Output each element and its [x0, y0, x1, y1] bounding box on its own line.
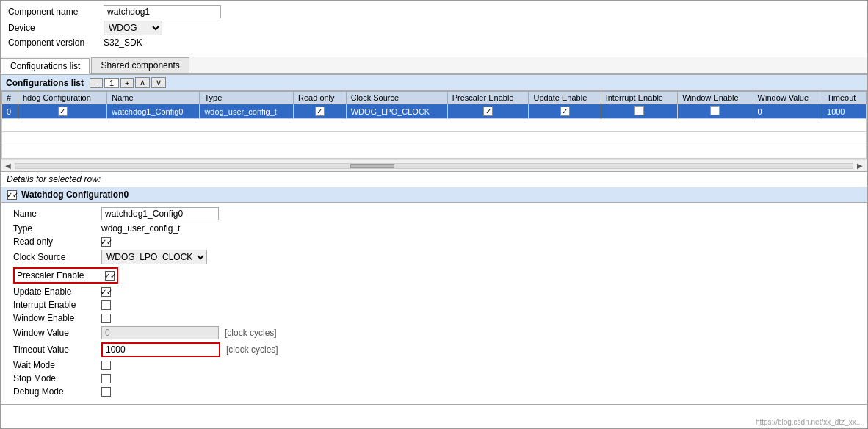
detail-type-value: wdog_user_config_t: [101, 223, 180, 234]
cell-hdog-cb[interactable]: [18, 104, 106, 119]
config-count: 1: [104, 78, 119, 88]
col-header-readonly: Read only: [294, 92, 347, 104]
cell-prescaler[interactable]: [447, 104, 529, 119]
detail-window-row: Window Enable: [13, 313, 855, 323]
detail-debug-row: Debug Mode: [13, 386, 855, 397]
component-info: Component name Device WDOG Component ver…: [1, 1, 867, 54]
col-header-index: #: [2, 92, 18, 104]
details-section: ✓ Watchdog Configuration0 Name Type wdog…: [1, 187, 867, 405]
move-up-button[interactable]: ∧: [135, 77, 150, 88]
detail-readonly-label: Read only: [13, 237, 101, 247]
cell-index: 0: [2, 104, 18, 119]
table-row-empty-2: [2, 132, 867, 145]
config-table: # hdog Configuration Name Type Read only…: [1, 91, 867, 159]
cell-window[interactable]: [678, 104, 753, 119]
detail-name-row: Name: [13, 207, 855, 220]
details-body: Name Type wdog_user_config_t Read only ✓…: [1, 203, 867, 404]
cell-interrupt[interactable]: [601, 104, 678, 119]
col-header-update: Update Enable: [529, 92, 601, 104]
table-row-empty-3: [2, 145, 867, 159]
detail-wait-label: Wait Mode: [13, 360, 101, 370]
detail-name-label: Name: [13, 209, 101, 219]
detail-timeout-row: Timeout Value [clock cycles]: [13, 342, 855, 357]
horizontal-scrollbar[interactable]: ◀ ▶: [1, 159, 867, 171]
tab-shared-components[interactable]: Shared components: [91, 57, 189, 73]
detail-wait-row: Wait Mode: [13, 360, 855, 370]
cell-clock: WDOG_LPO_CLOCK: [346, 104, 447, 119]
config-list-title: Configurations list: [6, 78, 84, 88]
detail-window-value-row: Window Value [clock cycles]: [13, 326, 855, 339]
scroll-track[interactable]: [15, 163, 853, 169]
cell-type: wdog_user_config_t: [200, 104, 294, 119]
detail-update-checkbox[interactable]: ✓: [101, 287, 111, 297]
config-list-header: Configurations list - 1 + ∧ ∨: [1, 75, 867, 91]
remove-config-button[interactable]: -: [90, 78, 103, 88]
detail-window-value-label: Window Value: [13, 328, 101, 338]
detail-type-row: Type wdog_user_config_t: [13, 223, 855, 234]
detail-readonly-row: Read only ✓: [13, 237, 855, 247]
component-name-label: Component name: [8, 7, 104, 17]
detail-stop-row: Stop Mode: [13, 373, 855, 383]
table-row[interactable]: 0 watchdog1_Config0 wdog_user_config_t W…: [2, 104, 867, 119]
component-name-row: Component name: [8, 5, 860, 18]
col-header-interrupt: Interrupt Enable: [601, 92, 678, 104]
detail-clock-label: Clock Source: [13, 252, 101, 262]
detail-readonly-checkbox[interactable]: ✓: [101, 237, 111, 247]
device-select[interactable]: WDOG: [104, 21, 162, 35]
detail-debug-checkbox[interactable]: [101, 387, 111, 397]
detail-interrupt-row: Interrupt Enable: [13, 300, 855, 310]
detail-prescaler-label: Prescaler Enable: [17, 270, 105, 281]
detail-window-label: Window Enable: [13, 313, 101, 323]
config-section: Configurations list - 1 + ∧ ∨ # hdog Con…: [1, 74, 867, 172]
component-name-input[interactable]: [104, 5, 221, 18]
col-header-type: Type: [200, 92, 294, 104]
col-header-name: Name: [107, 92, 200, 104]
scroll-right-arrow[interactable]: ▶: [855, 162, 865, 170]
detail-name-input[interactable]: [101, 207, 219, 220]
detail-window-checkbox[interactable]: [101, 314, 111, 323]
detail-window-value-input: [101, 326, 219, 339]
col-header-window: Window Enable: [678, 92, 753, 104]
detail-timeout-input[interactable]: [101, 342, 220, 357]
detail-prescaler-checkbox[interactable]: ✓: [105, 271, 115, 281]
detail-interrupt-label: Interrupt Enable: [13, 300, 101, 310]
cell-readonly[interactable]: [294, 104, 347, 119]
config-enable-checkbox[interactable]: ✓: [7, 190, 17, 200]
details-title: Watchdog Configuration0: [21, 190, 129, 200]
detail-window-unit: [clock cycles]: [225, 328, 277, 338]
table-row-empty-1: [2, 119, 867, 132]
tabs-bar: Configurations list Shared components: [1, 57, 867, 74]
col-header-clock: Clock Source: [346, 92, 447, 104]
col-header-timeout: Timeout: [822, 92, 867, 104]
version-value: S32_SDK: [104, 37, 142, 48]
device-label: Device: [8, 23, 104, 33]
details-for-label: Details for selected row:: [7, 174, 101, 184]
scroll-left-arrow[interactable]: ◀: [3, 162, 13, 170]
col-header-hdog: hdog Configuration: [18, 92, 106, 104]
detail-debug-label: Debug Mode: [13, 386, 101, 397]
detail-update-label: Update Enable: [13, 286, 101, 297]
cell-name: watchdog1_Config0: [107, 104, 200, 119]
scroll-thumb[interactable]: [350, 164, 394, 168]
detail-timeout-label: Timeout Value: [13, 345, 101, 355]
tab-configurations-list[interactable]: Configurations list: [1, 58, 90, 74]
col-header-window-val: Window Value: [753, 92, 822, 104]
device-row: Device WDOG: [8, 21, 860, 35]
details-label-row: Details for selected row:: [1, 172, 867, 187]
detail-update-row: Update Enable ✓: [13, 286, 855, 297]
cell-timeout: 1000: [822, 104, 867, 119]
detail-timeout-unit: [clock cycles]: [226, 345, 278, 355]
version-row: Component version S32_SDK: [8, 37, 860, 48]
col-header-prescaler: Prescaler Enable: [447, 92, 529, 104]
detail-prescaler-row: Prescaler Enable ✓: [13, 267, 118, 284]
detail-wait-checkbox[interactable]: [101, 361, 111, 370]
cell-window-val: 0: [753, 104, 822, 119]
detail-interrupt-checkbox[interactable]: [101, 300, 111, 310]
detail-clock-row: Clock Source WDOG_LPO_CLOCK: [13, 250, 855, 264]
detail-stop-checkbox[interactable]: [101, 374, 111, 383]
detail-clock-select[interactable]: WDOG_LPO_CLOCK: [101, 250, 207, 264]
move-down-button[interactable]: ∨: [151, 77, 166, 88]
cell-update[interactable]: [529, 104, 601, 119]
table-header-row: # hdog Configuration Name Type Read only…: [2, 92, 867, 104]
add-config-button[interactable]: +: [120, 78, 134, 88]
